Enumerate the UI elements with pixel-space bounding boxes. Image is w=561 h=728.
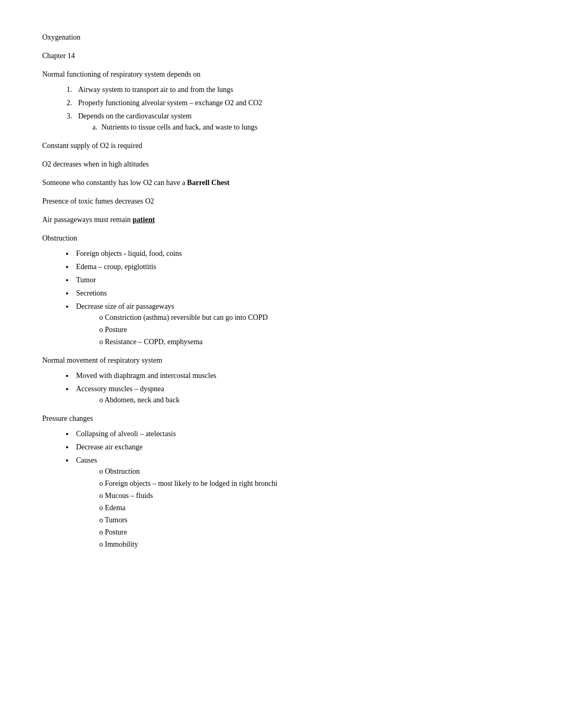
list-item: Resistance – COPD, emphysema [97, 336, 519, 347]
list-item: Decrease size of air passageways Constri… [74, 301, 519, 347]
list-item-text: Airway system to transport air to and fr… [78, 86, 233, 94]
barrel-chest-section: Someone who constantly has low O2 can ha… [42, 177, 519, 188]
list-item: Constriction (asthma) reversible but can… [97, 312, 519, 323]
list-item-text: Posture [105, 528, 127, 536]
obstruction-list: Foreign objects - liquid, food, coins Ed… [74, 248, 519, 347]
list-item: Secretions [74, 288, 519, 299]
constant-supply-text: Constant supply of O2 is required [42, 140, 519, 151]
o-sublist: Abdomen, neck and back [97, 394, 519, 406]
list-item-text: Collapsing of alveoli – atelectasis [76, 430, 176, 438]
list-item-text: Posture [105, 326, 127, 334]
list-item-text: Edema – croup, epiglottitis [76, 263, 156, 271]
o-sublist: Constriction (asthma) reversible but can… [97, 312, 519, 347]
toxic-fumes-section: Presence of toxic fumes decreases O2 [42, 196, 519, 207]
list-item-text: Decrease air exchange [76, 443, 143, 451]
list-item: Decrease air exchange [74, 441, 519, 453]
list-item: Depends on the cardiovascular system Nut… [74, 110, 519, 133]
o-sublist: Obstruction Foreign objects – most likel… [97, 466, 519, 550]
list-item: Causes Obstruction Foreign objects – mos… [74, 455, 519, 550]
list-item-text: Tumors [105, 516, 127, 524]
numbered-list: Airway system to transport air to and fr… [74, 84, 519, 133]
air-passageways-text: Air passageways must remain patient [42, 214, 519, 225]
list-item: Foreign objects - liquid, food, coins [74, 248, 519, 259]
chapter-section: Chapter 14 [42, 50, 519, 61]
list-item: Immobility [97, 539, 519, 550]
pressure-changes-list: Collapsing of alveoli – atelectasis Decr… [74, 428, 519, 550]
list-item: Edema – croup, epiglottitis [74, 261, 519, 272]
list-item-text: Causes [76, 456, 97, 464]
page-title: Oxygenation [42, 32, 519, 43]
o2-decreases-text: O2 decreases when in high altitudes [42, 159, 519, 170]
barrel-chest-text: Someone who constantly has low O2 can ha… [42, 177, 519, 188]
list-item: Moved with diaphragm and intercostal mus… [74, 370, 519, 381]
list-item-text: Secretions [76, 289, 107, 297]
list-item-text: Resistance – COPD, emphysema [105, 338, 203, 346]
constant-supply-section: Constant supply of O2 is required [42, 140, 519, 151]
list-item-text: Constriction (asthma) reversible but can… [105, 314, 268, 321]
chapter-label: Chapter 14 [42, 50, 519, 61]
normal-movement-list: Moved with diaphragm and intercostal mus… [74, 370, 519, 406]
list-item: Nutrients to tissue cells and back, and … [99, 122, 519, 133]
list-item: Collapsing of alveoli – atelectasis [74, 428, 519, 439]
list-item-text: Properly functioning alveolar system – e… [78, 99, 262, 107]
list-item-text: Moved with diaphragm and intercostal mus… [76, 372, 217, 380]
intro-section: Normal functioning of respiratory system… [42, 69, 519, 133]
intro-heading: Normal functioning of respiratory system… [42, 69, 519, 80]
page-title-section: Oxygenation [42, 32, 519, 43]
list-item: Mucous – fluids [97, 490, 519, 501]
list-item-text: Immobility [105, 540, 138, 548]
list-item: Properly functioning alveolar system – e… [74, 97, 519, 108]
normal-movement-section: Normal movement of respiratory system Mo… [42, 355, 519, 406]
obstruction-heading: Obstruction [42, 233, 519, 244]
list-item-text: Abdomen, neck and back [105, 396, 180, 404]
alpha-sublist: Nutrients to tissue cells and back, and … [99, 122, 519, 133]
list-item: Edema [97, 502, 519, 513]
list-item-text: Foreign objects - liquid, food, coins [76, 250, 182, 257]
list-item: Abdomen, neck and back [97, 394, 519, 406]
list-item-text: Depends on the cardiovascular system [78, 112, 192, 120]
list-item-text: Tumor [76, 276, 96, 284]
list-item: Posture [97, 324, 519, 335]
o2-decreases-section: O2 decreases when in high altitudes [42, 159, 519, 170]
pressure-changes-section: Pressure changes Collapsing of alveoli –… [42, 413, 519, 550]
list-item: Accessory muscles – dyspnea Abdomen, nec… [74, 383, 519, 406]
barrel-chest-bold: Barrell Chest [187, 179, 229, 187]
list-item: Posture [97, 527, 519, 538]
list-item-text: Foreign objects – most likely to be lodg… [105, 480, 278, 487]
normal-movement-heading: Normal movement of respiratory system [42, 355, 519, 366]
list-item-text: Nutrients to tissue cells and back, and … [101, 123, 258, 131]
air-passageways-section: Air passageways must remain patient [42, 214, 519, 225]
list-item: Foreign objects – most likely to be lodg… [97, 478, 519, 489]
list-item: Obstruction [97, 466, 519, 477]
list-item-text: Edema [105, 504, 126, 512]
list-item-text: Obstruction [105, 467, 140, 475]
list-item-text: Decrease size of air passageways [76, 302, 174, 310]
toxic-fumes-text: Presence of toxic fumes decreases O2 [42, 196, 519, 207]
air-passageways-prefix: Air passageways must remain [42, 216, 133, 224]
list-item: Tumors [97, 514, 519, 526]
barrel-chest-prefix: Someone who constantly has low O2 can ha… [42, 179, 187, 187]
list-item: Airway system to transport air to and fr… [74, 84, 519, 95]
air-passageways-keyword: patient [133, 216, 155, 224]
pressure-changes-heading: Pressure changes [42, 413, 519, 424]
list-item: Tumor [74, 274, 519, 285]
list-item-text: Mucous – fluids [105, 492, 153, 500]
obstruction-section: Obstruction Foreign objects - liquid, fo… [42, 233, 519, 347]
list-item-text: Accessory muscles – dyspnea [76, 385, 164, 393]
